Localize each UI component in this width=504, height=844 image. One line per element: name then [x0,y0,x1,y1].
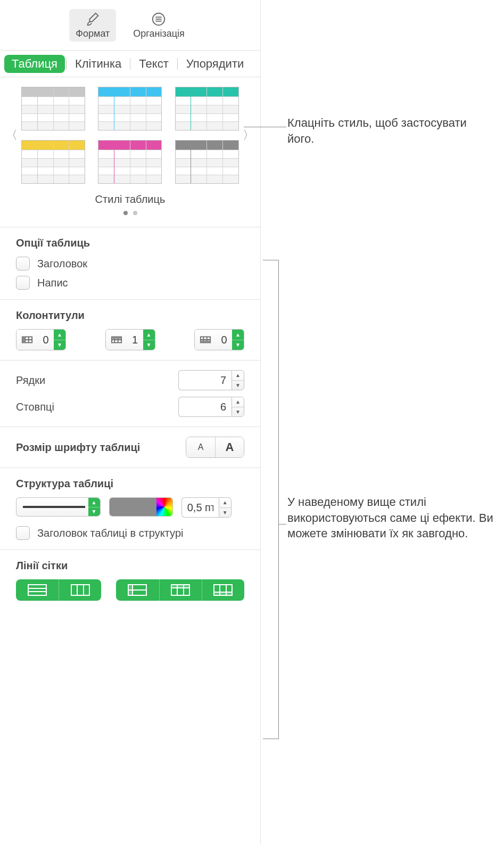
table-outline-heading: Структура таблиці [16,478,244,490]
header-columns-icon [16,330,38,350]
inspector-tabs: Таблиця Клітинка Текст Упорядити [0,51,260,77]
rows-stepper[interactable]: ▲▼ [232,370,244,390]
tab-cell[interactable]: Клітинка [68,55,129,73]
stepper-buttons[interactable]: ▲▼ [232,330,244,350]
svg-rect-18 [201,341,210,343]
footer-rows-icon [195,330,216,350]
outline-title-checkbox-label: Заголовок таблиці в структурі [37,527,183,539]
header-columns-stepper[interactable]: 0 ▲▼ [16,329,66,350]
brush-icon [85,11,101,27]
color-swatch [110,498,156,516]
header-rows-icon [106,330,127,350]
stepper-buttons[interactable]: ▲▼ [143,330,155,350]
header-gridlines-group [116,579,244,601]
color-wheel-icon [156,498,172,516]
table-style-thumb[interactable] [21,87,85,130]
header-columns-value: 0 [38,330,54,350]
table-styles-section: 〈 〉 Стилі таблиць [0,77,260,227]
callout-leader-line [279,524,286,525]
rows-input[interactable] [178,370,232,390]
header-rows-value: 1 [127,330,143,350]
format-inspector-panel: Формат Організація Таблиця Клітинка Текс… [0,0,261,844]
cols-input[interactable] [178,397,232,417]
table-outline-section: Структура таблиці ▲▼ ▲▼ Заголовок таблиц… [0,468,260,550]
gridlines-header-cols-button[interactable] [116,579,159,601]
toolbar-organize-button[interactable]: Організація [127,9,191,42]
footer-rows-stepper[interactable]: 0 ▲▼ [194,329,244,350]
cols-stepper[interactable]: ▲▼ [232,397,244,417]
table-options-section: Опції таблиць Заголовок Напис [0,227,260,299]
table-styles-title: Стилі таблиць [4,193,256,206]
svg-rect-13 [111,337,121,339]
table-style-thumb[interactable] [98,140,162,184]
tab-separator [66,58,67,70]
caption-checkbox-label: Напис [37,277,68,289]
tab-separator [177,58,178,70]
gridlines-heading: Лінії сітки [16,560,244,572]
rows-cols-section: Рядки ▲▼ Стовпці ▲▼ [0,360,260,427]
toolbar-format-button[interactable]: Формат [69,9,116,42]
page-dot[interactable] [133,211,137,215]
tab-table[interactable]: Таблиця [4,55,65,73]
outline-line-style-popup[interactable]: ▲▼ [16,497,101,517]
outline-width-input[interactable] [181,497,219,518]
svg-rect-22 [71,585,89,595]
gridlines-footer-rows-button[interactable] [202,579,244,601]
table-style-thumb[interactable] [21,140,85,184]
table-style-thumb[interactable] [175,140,239,184]
outline-width-stepper[interactable]: ▲▼ [219,497,232,518]
header-rows-stepper[interactable]: 1 ▲▼ [105,329,155,350]
outline-title-checkbox[interactable] [16,526,30,540]
table-font-size-section: Розмір шрифту таблиці A A [0,427,260,468]
gallery-next-button[interactable]: 〉 [241,127,256,143]
stepper-buttons[interactable]: ▲▼ [54,330,65,350]
caption-checkbox[interactable] [16,276,30,290]
font-size-segmented: A A [186,437,244,458]
list-circle-icon [151,11,167,27]
table-options-heading: Опції таблиць [16,237,244,249]
headers-footers-section: Колонтитули 0 ▲▼ 1 ▲▼ 0 ▲▼ [0,299,260,360]
gridlines-header-rows-button[interactable] [159,579,202,601]
tab-separator [130,58,130,70]
page-dot[interactable] [123,211,128,215]
tab-arrange[interactable]: Упорядити [179,55,252,73]
popup-arrows: ▲▼ [88,498,100,516]
callout-bracket [263,260,279,739]
body-gridlines-group [16,579,101,601]
outline-color-well[interactable] [109,497,173,517]
footer-rows-value: 0 [216,330,232,350]
toolbar-organize-label: Організація [133,28,184,39]
callout-options: У наведеному вище стилі використовуються… [287,494,500,542]
svg-rect-8 [22,337,26,343]
table-style-thumbs [19,87,241,184]
table-style-thumb[interactable] [98,87,162,130]
gridlines-section: Лінії сітки [0,550,260,610]
headers-footers-heading: Колонтитули [16,309,244,322]
line-preview [23,506,85,508]
rows-label: Рядки [16,374,45,387]
font-size-larger-button[interactable]: A [215,437,244,457]
table-style-thumb[interactable] [175,87,239,130]
gallery-page-dots [4,211,256,215]
tab-text[interactable]: Текст [131,55,176,73]
font-size-smaller-button[interactable]: A [186,437,215,457]
title-checkbox-label: Заголовок [37,258,87,270]
toolbar-format-label: Формат [76,28,110,39]
cols-label: Стовпці [16,401,54,413]
gridlines-body-vertical-button[interactable] [59,579,101,601]
callout-leader-line [244,127,286,127]
inspector-toolbar: Формат Організація [0,0,260,51]
callout-styles: Клацніть стиль, щоб застосувати його. [287,115,495,146]
table-styles-gallery: 〈 〉 [4,87,256,184]
gallery-prev-button[interactable]: 〈 [4,127,19,143]
table-font-size-heading: Розмір шрифту таблиці [16,441,140,454]
gridlines-body-horizontal-button[interactable] [16,579,59,601]
svg-rect-19 [28,585,46,595]
title-checkbox[interactable] [16,257,30,271]
